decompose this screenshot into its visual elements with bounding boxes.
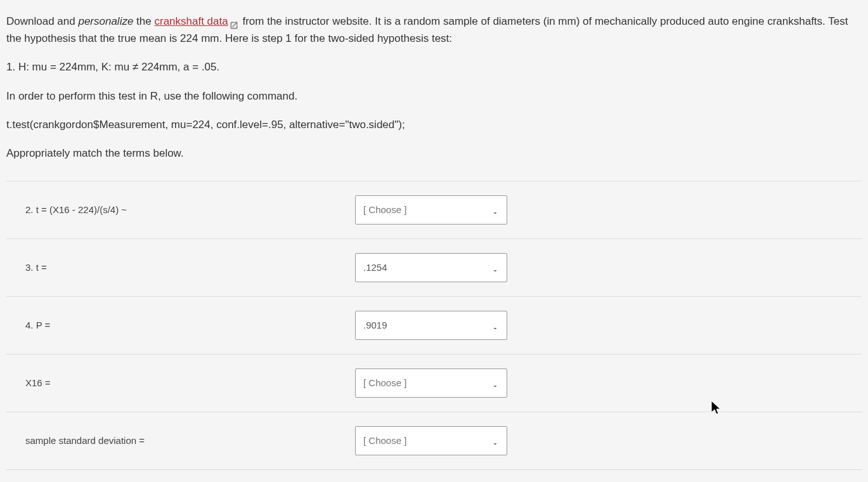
match-label-4: X16 = <box>25 375 355 391</box>
select-t-value[interactable]: .1254 <box>355 253 507 282</box>
match-row-4: X16 = [ Choose ] <box>6 355 862 412</box>
chevron-down-icon <box>491 322 499 329</box>
chevron-down-icon <box>491 437 499 445</box>
match-label-2: 3. t = <box>25 260 355 275</box>
intro-text-2: the <box>133 15 154 27</box>
match-label-3: 4. P = <box>25 318 355 333</box>
select-value: [ Choose ] <box>363 375 406 391</box>
match-row-5: sample standard deviation = [ Choose ] <box>6 412 862 470</box>
question-content: Download and personalize the crankshaft … <box>6 13 862 482</box>
chevron-down-icon <box>491 264 499 271</box>
intro-paragraph: Download and personalize the crankshaft … <box>6 13 862 47</box>
select-t-distribution[interactable]: [ Choose ] <box>355 195 507 225</box>
match-row-1: 2. t = (X16 - 224)/(s/4) ~ [ Choose ] <box>6 181 862 239</box>
select-value: .1254 <box>363 260 387 275</box>
match-row-3: 4. P = .9019 <box>6 297 862 355</box>
match-row-6: lower 95% CI value = 223.969mm <box>6 470 862 482</box>
intro-text-1: Download and <box>6 15 78 27</box>
select-std-dev[interactable]: [ Choose ] <box>355 426 507 455</box>
select-x16[interactable]: [ Choose ] <box>355 368 507 398</box>
select-value: [ Choose ] <box>363 202 406 218</box>
crankshaft-data-link[interactable]: crankshaft data <box>154 15 228 27</box>
select-p-value[interactable]: .9019 <box>355 311 507 340</box>
match-label-5: sample standard deviation = <box>25 433 355 448</box>
select-value: .9019 <box>363 318 387 333</box>
chevron-down-icon <box>491 379 499 387</box>
r-command-text: t.test(crankgordon$Measurement, mu=224, … <box>6 116 862 133</box>
match-row-2: 3. t = .1254 <box>6 239 862 297</box>
matching-container: 2. t = (X16 - 224)/(s/4) ~ [ Choose ] 3.… <box>6 181 862 482</box>
external-link-icon <box>230 18 238 27</box>
chevron-down-icon <box>491 206 499 214</box>
intro-emphasis: personalize <box>78 15 133 27</box>
select-value: [ Choose ] <box>363 433 406 448</box>
match-label-1: 2. t = (X16 - 224)/(s/4) ~ <box>25 202 355 218</box>
hypothesis-step: 1. H: mu = 224mm, K: mu ≠ 224mm, a = .05… <box>6 58 862 75</box>
match-instruction: Appropriately match the terms below. <box>6 145 862 162</box>
r-instruction: In order to perform this test in R, use … <box>6 88 862 105</box>
